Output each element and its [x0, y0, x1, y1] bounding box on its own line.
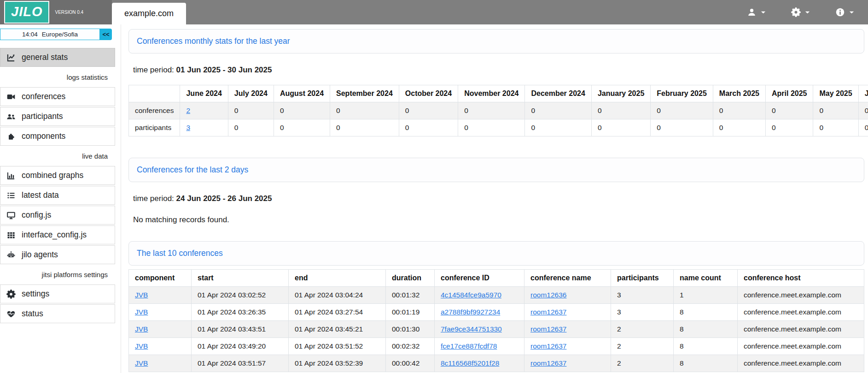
- column-header: duration: [386, 270, 435, 287]
- conference-cell: JVB: [129, 304, 192, 321]
- settings-menu[interactable]: [791, 7, 810, 17]
- monthly-row-conferences: conferences2000000000000: [129, 102, 868, 119]
- list-icon: [6, 191, 16, 200]
- month-header: June 2025: [858, 85, 868, 102]
- sidebar-item-jilo-agents[interactable]: jilo agents: [0, 245, 115, 264]
- sidebar-item-label: jilo agents: [22, 250, 58, 260]
- conference-cell: 01 Apr 2024 03:51:52: [289, 338, 386, 355]
- conference-cell-link[interactable]: JVB: [135, 308, 148, 316]
- user-menu[interactable]: [747, 7, 766, 17]
- conference-cell: 00:01:32: [386, 287, 435, 304]
- clock-display: 14:04 Europe/Sofia: [0, 29, 100, 40]
- conference-cell: conference.meet.example.com: [738, 287, 864, 304]
- main-content: Conferences monthly stats for the last y…: [121, 24, 868, 373]
- sidebar-item-interface-config-js[interactable]: interface_config.js: [0, 225, 115, 244]
- sidebar-item-label: conferences: [22, 92, 65, 101]
- monthly-row-participants: participants3000000000000: [129, 119, 868, 136]
- column-header: participants: [611, 270, 674, 287]
- sidebar-item-config-js[interactable]: config.js: [0, 206, 115, 225]
- conference-cell-link[interactable]: 4c14584fce9a5970: [441, 291, 501, 299]
- heart-pulse-icon: [6, 309, 16, 319]
- conference-cell: 2: [611, 321, 674, 338]
- monthly-stats-title-link[interactable]: Conferences monthly stats for the last y…: [137, 36, 290, 46]
- conference-cell: 3: [611, 287, 674, 304]
- no-records-message: No matching records found.: [133, 215, 864, 225]
- column-header: conference ID: [435, 270, 524, 287]
- conference-cell: 2: [611, 355, 674, 372]
- stat-cell: 0: [765, 102, 813, 119]
- stat-cell: 0: [458, 119, 525, 136]
- conference-cell: room12637: [524, 304, 611, 321]
- caret-down-icon: [761, 11, 766, 14]
- month-header: October 2024: [399, 85, 458, 102]
- sidebar-item-label: status: [22, 309, 43, 319]
- sidebar-item-label: config.js: [22, 210, 51, 220]
- column-header: conference name: [524, 270, 611, 287]
- caret-down-icon: [805, 11, 810, 14]
- conference-cell: JVB: [129, 338, 192, 355]
- platform-tab[interactable]: example.com: [112, 3, 186, 24]
- stat-cell: 0: [274, 119, 330, 136]
- conference-cell-link[interactable]: a2788f9bf9927234: [441, 308, 500, 316]
- conference-cell-link[interactable]: JVB: [135, 291, 148, 299]
- clock-timezone: Europe/Sofia: [42, 31, 78, 38]
- stat-cell-link[interactable]: 2: [186, 107, 190, 114]
- stat-cell-link[interactable]: 3: [186, 124, 190, 131]
- conference-cell: 8: [674, 321, 738, 338]
- conference-cell: 8c116568f5201f28: [435, 355, 524, 372]
- conference-cell: conference.meet.example.com: [738, 304, 864, 321]
- caret-down-icon: [849, 11, 854, 14]
- conference-cell-link[interactable]: 8c116568f5201f28: [441, 359, 499, 367]
- conference-row: JVB01 Apr 2024 03:02:5201 Apr 2024 03:04…: [129, 287, 864, 304]
- conference-cell-link[interactable]: JVB: [135, 359, 148, 367]
- conference-cell-link[interactable]: room12637: [530, 359, 566, 367]
- clock-time: 14:04: [22, 31, 38, 38]
- conference-cell-link[interactable]: 7fae9ce344751330: [441, 325, 502, 333]
- conference-cell: 01 Apr 2024 03:43:51: [192, 321, 289, 338]
- month-header: April 2025: [765, 85, 813, 102]
- conference-cell: 00:01:19: [386, 304, 435, 321]
- conference-cell-link[interactable]: JVB: [135, 342, 148, 350]
- sidebar-item-combined-graphs[interactable]: combined graphs: [0, 166, 115, 185]
- conference-cell: 01 Apr 2024 03:04:24: [289, 287, 386, 304]
- conference-cell: 01 Apr 2024 03:51:57: [192, 355, 289, 372]
- robot-icon: [6, 250, 16, 260]
- sidebar-item-participants[interactable]: participants: [0, 107, 115, 126]
- conference-cell: 00:00:42: [386, 355, 435, 372]
- column-header: name count: [674, 270, 738, 287]
- conference-row: JVB01 Apr 2024 03:26:3501 Apr 2024 03:27…: [129, 304, 864, 321]
- gear-icon: [6, 290, 16, 299]
- sidebar-item-conferences[interactable]: conferences: [0, 87, 115, 106]
- last-2-days-title-link[interactable]: Conferences for the last 2 days: [137, 165, 248, 174]
- conference-cell-link[interactable]: room12637: [530, 325, 566, 333]
- sidebar-item-status[interactable]: status: [0, 304, 115, 323]
- sidebar: 14:04 Europe/Sofia << general stats logs…: [0, 24, 121, 373]
- stat-cell: 0: [713, 119, 765, 136]
- conference-cell-link[interactable]: JVB: [135, 325, 148, 333]
- conference-cell-link[interactable]: room12637: [530, 308, 566, 316]
- stat-cell: 0: [458, 102, 525, 119]
- stat-cell: 3: [180, 119, 228, 136]
- sidebar-item-components[interactable]: components: [0, 127, 115, 146]
- header-icon-group: [747, 7, 868, 17]
- conference-cell: 8: [674, 304, 738, 321]
- conference-cell-link[interactable]: room12636: [530, 291, 566, 299]
- row-label: participants: [129, 119, 180, 136]
- stat-cell: 0: [330, 102, 399, 119]
- puzzle-piece-icon: [6, 132, 16, 141]
- sidebar-item-label: combined graphs: [22, 171, 83, 180]
- sidebar-item-settings[interactable]: settings: [0, 284, 115, 303]
- stat-cell: 0: [228, 102, 274, 119]
- chart-line-icon: [6, 53, 16, 62]
- last-10-title-link[interactable]: The last 10 conferences: [137, 249, 223, 258]
- conference-cell: 00:01:30: [386, 321, 435, 338]
- sidebar-item-general-stats[interactable]: general stats: [0, 48, 115, 67]
- conference-cell-link[interactable]: room12637: [530, 342, 566, 350]
- month-header: December 2024: [525, 85, 591, 102]
- conference-cell: 01 Apr 2024 03:27:54: [289, 304, 386, 321]
- sidebar-item-latest-data[interactable]: latest data: [0, 186, 115, 205]
- info-menu[interactable]: [835, 7, 854, 17]
- sidebar-collapse-button[interactable]: <<: [100, 29, 112, 40]
- conference-cell-link[interactable]: fce17ce887fcdf78: [441, 342, 497, 350]
- stat-cell: 0: [591, 102, 650, 119]
